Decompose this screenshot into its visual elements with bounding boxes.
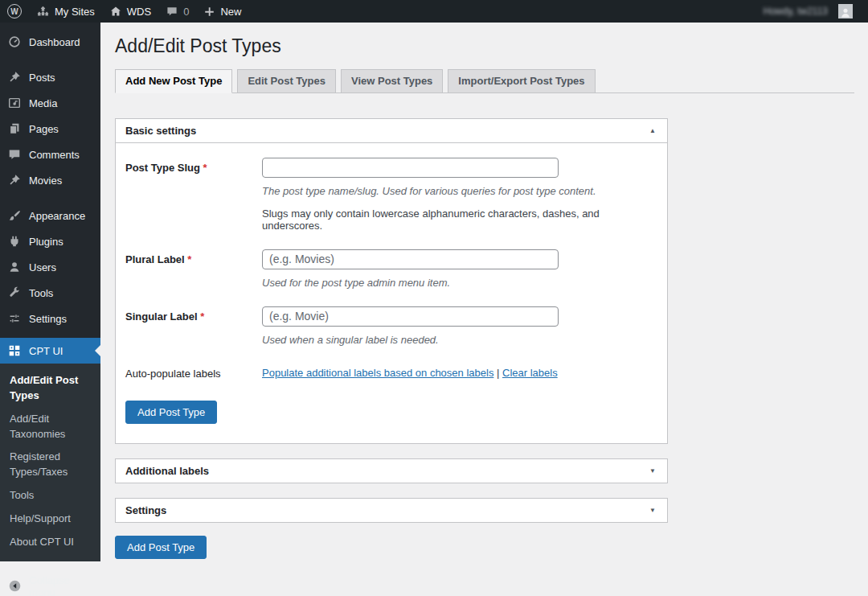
- slug-help-text: The post type name/slug. Used for variou…: [262, 185, 657, 197]
- required-asterisk: *: [187, 253, 191, 265]
- sidebar-item-comments[interactable]: Comments: [0, 142, 100, 167]
- pushpin-icon: [6, 172, 23, 188]
- sidebar-item-tools[interactable]: Tools: [0, 280, 100, 306]
- collapse-down-icon[interactable]: ▼: [648, 467, 657, 475]
- link-separator: |: [497, 367, 499, 379]
- post-type-slug-input[interactable]: [262, 158, 559, 178]
- sidebar-label: Plugins: [29, 236, 63, 248]
- my-sites-label: My Sites: [55, 6, 95, 18]
- plural-label-input[interactable]: [262, 249, 559, 269]
- required-asterisk: *: [200, 310, 204, 323]
- post-type-slug-label: Post Type Slug *: [125, 158, 262, 232]
- my-sites-menu[interactable]: My Sites: [29, 0, 102, 23]
- collapse-menu-button[interactable]: Collapse menu: [0, 569, 100, 596]
- sidebar-item-pages[interactable]: Pages: [0, 116, 100, 142]
- submenu-item-registered-types-taxes[interactable]: Registered Types/Taxes: [0, 446, 90, 484]
- collapse-up-icon[interactable]: ▲: [648, 127, 657, 134]
- tab-view-post-types[interactable]: View Post Types: [341, 69, 443, 92]
- account-menu[interactable]: Howdy, tw2113: [756, 0, 868, 23]
- singular-label-field: Used when a singular label is needed.: [262, 306, 657, 346]
- wordpress-logo-menu[interactable]: W: [0, 0, 29, 23]
- dashboard-icon: [6, 34, 23, 50]
- sidebar-item-settings[interactable]: Settings: [0, 306, 100, 331]
- collapse-arrow-icon: [6, 578, 23, 594]
- slug-note-text: Slugs may only contain lowercase alphanu…: [262, 208, 657, 232]
- my-sites-icon: [36, 5, 50, 18]
- sidebar-label: Dashboard: [29, 36, 80, 48]
- sidebar-item-movies[interactable]: Movies: [0, 167, 100, 193]
- basic-settings-title: Basic settings: [125, 125, 196, 137]
- sidebar-item-posts[interactable]: Posts: [0, 64, 100, 90]
- wordpress-logo-icon: W: [7, 4, 22, 18]
- user-icon: [6, 259, 23, 275]
- label-text: Post Type Slug: [125, 162, 200, 174]
- basic-settings-header[interactable]: Basic settings ▲: [116, 119, 667, 142]
- additional-labels-header[interactable]: Additional labels ▼: [116, 459, 667, 483]
- sidebar-item-cpt-ui[interactable]: CPT UI: [0, 338, 100, 364]
- settings-header[interactable]: Settings ▼: [116, 499, 667, 522]
- page-title: Add/Edit Post Types: [115, 35, 868, 59]
- submenu-item-help-support[interactable]: Help/Support: [0, 508, 100, 531]
- submenu-item-tools[interactable]: Tools: [0, 484, 100, 508]
- plural-help-text: Used for the post type admin menu item.: [262, 277, 657, 289]
- sidebar-separator: [0, 193, 100, 203]
- auto-populate-row: Auto-populate labels Populate additional…: [125, 364, 657, 380]
- media-icon: [6, 95, 23, 111]
- singular-label-input[interactable]: [262, 306, 559, 327]
- settings-title: Settings: [125, 504, 166, 516]
- pages-icon: [6, 121, 23, 137]
- sidebar-label: Posts: [29, 72, 55, 84]
- singular-label-row: Singular Label * Used when a singular la…: [125, 306, 657, 346]
- comment-count: 0: [183, 6, 189, 18]
- pushpin-icon: [6, 69, 23, 85]
- populate-labels-link[interactable]: Populate additional labels based on chos…: [262, 367, 493, 379]
- admin-content: Add/Edit Post Types Add New Post Type Ed…: [100, 23, 868, 596]
- add-post-type-button-footer[interactable]: Add Post Type: [115, 536, 207, 559]
- sidebar-item-media[interactable]: Media: [0, 90, 100, 116]
- nav-tabs: Add New Post Type Edit Post Types View P…: [115, 69, 854, 93]
- auto-populate-label: Auto-populate labels: [125, 364, 262, 380]
- additional-labels-panel: Additional labels ▼: [115, 458, 668, 483]
- sidebar-label: Settings: [29, 313, 67, 325]
- plugin-icon: [6, 233, 23, 249]
- tab-import-export-post-types[interactable]: Import/Export Post Types: [448, 69, 595, 92]
- sidebar-label: Users: [29, 261, 56, 273]
- plural-label-row: Plural Label * Used for the post type ad…: [125, 249, 657, 289]
- site-name-label: WDS: [127, 6, 151, 18]
- comments-icon: [6, 146, 23, 162]
- site-menu[interactable]: WDS: [102, 0, 158, 23]
- home-icon: [109, 5, 122, 18]
- auto-populate-links: Populate additional labels based on chos…: [262, 364, 657, 380]
- howdy-label: Howdy, tw2113: [764, 6, 828, 17]
- tab-edit-post-types[interactable]: Edit Post Types: [237, 69, 336, 92]
- current-menu-arrow: [95, 345, 100, 356]
- settings-panel: Settings ▼: [115, 498, 668, 523]
- add-post-type-button[interactable]: Add Post Type: [125, 401, 217, 424]
- sidebar-item-users[interactable]: Users: [0, 254, 100, 280]
- sidebar-label: Comments: [29, 149, 80, 161]
- collapse-down-icon[interactable]: ▼: [648, 507, 657, 514]
- wrench-icon: [6, 285, 23, 301]
- label-text: Plural Label: [125, 253, 185, 265]
- plural-label-label: Plural Label *: [125, 249, 262, 289]
- plural-label-field: Used for the post type admin menu item.: [262, 249, 657, 289]
- sidebar-item-plugins[interactable]: Plugins: [0, 228, 100, 254]
- clear-labels-link[interactable]: Clear labels: [502, 367, 558, 379]
- collapse-menu-label: Collapse menu: [29, 574, 94, 596]
- admin-sidebar: Dashboard Posts Media Pages Comments Mov…: [0, 23, 100, 458]
- submenu-item-about-cpt-ui[interactable]: About CPT UI: [0, 531, 100, 554]
- submenu-item-add-edit-post-types[interactable]: Add/Edit Post Types: [0, 369, 100, 408]
- label-text: Singular Label: [125, 310, 198, 323]
- comments-menu[interactable]: 0: [158, 0, 196, 23]
- sidebar-label: CPT UI: [29, 345, 63, 357]
- cpt-ui-icon: [6, 343, 23, 359]
- sidebar-item-appearance[interactable]: Appearance: [0, 203, 100, 228]
- user-avatar: [838, 4, 853, 18]
- admin-bar: W My Sites WDS 0 New Howdy, tw2113: [0, 0, 868, 23]
- tab-add-new-post-type[interactable]: Add New Post Type: [115, 69, 232, 93]
- plus-icon: [203, 6, 215, 18]
- sidebar-item-dashboard[interactable]: Dashboard: [0, 29, 100, 55]
- submenu-item-add-edit-taxonomies[interactable]: Add/Edit Taxonomies: [0, 408, 100, 446]
- additional-labels-title: Additional labels: [125, 465, 209, 477]
- new-content-menu[interactable]: New: [196, 0, 248, 23]
